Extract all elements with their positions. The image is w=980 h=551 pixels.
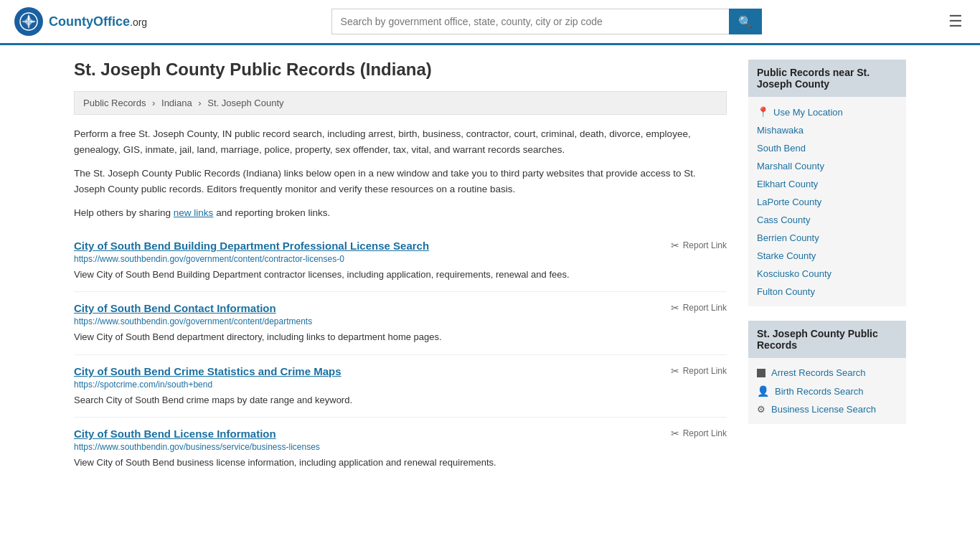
use-my-location-link[interactable]: 📍 Use My Location xyxy=(757,103,897,121)
description-2: The St. Joseph County Public Records (In… xyxy=(74,166,727,197)
sidebar-nearby-header: Public Records near St. Joseph County xyxy=(748,60,906,97)
record-link-label: Birth Records Search xyxy=(775,386,864,397)
site-header: CountyOffice.org 🔍 ☰ xyxy=(0,0,980,45)
breadcrumb-st-joseph-county[interactable]: St. Joseph County xyxy=(207,98,283,108)
description-1: Perform a free St. Joseph County, IN pub… xyxy=(74,126,727,157)
record-item: City of South Bend Contact Information ✂… xyxy=(74,292,727,355)
breadcrumb: Public Records › Indiana › St. Joseph Co… xyxy=(74,91,727,115)
sidebar-record-type-link[interactable]: 👤Birth Records Search xyxy=(757,382,897,400)
record-title-link[interactable]: City of South Bend Contact Information xyxy=(74,302,276,314)
report-link[interactable]: ✂ Report Link xyxy=(671,302,727,314)
report-icon: ✂ xyxy=(671,365,679,377)
report-icon: ✂ xyxy=(671,240,679,251)
record-url: https://www.southbendin.gov/government/c… xyxy=(74,254,727,264)
logo-area: CountyOffice.org xyxy=(14,7,147,36)
sidebar-nearby-link[interactable]: South Bend xyxy=(757,139,897,157)
record-title-link[interactable]: City of South Bend License Information xyxy=(74,428,276,440)
logo-icon xyxy=(14,7,43,36)
square-icon xyxy=(757,369,765,377)
record-url: https://www.southbendin.gov/government/c… xyxy=(74,316,727,326)
sidebar-nearby-link[interactable]: LaPorte County xyxy=(757,193,897,211)
record-link-label: Arrest Records Search xyxy=(771,367,866,378)
main-container: St. Joseph County Public Records (Indian… xyxy=(60,45,920,494)
report-link-label: Report Link xyxy=(683,366,727,376)
logo-brand: CountyOffice xyxy=(49,14,130,29)
record-desc: View City of South Bend Building Departm… xyxy=(74,268,727,282)
records-list: City of South Bend Building Department P… xyxy=(74,230,727,480)
sidebar-nearby-link[interactable]: Starke County xyxy=(757,247,897,265)
new-links-link[interactable]: new links xyxy=(174,207,214,218)
menu-button[interactable]: ☰ xyxy=(946,9,966,34)
sidebar-nearby-link[interactable]: Berrien County xyxy=(757,229,897,247)
record-desc: View City of South Bend business license… xyxy=(74,456,727,470)
description-3: Help others by sharing new links and rep… xyxy=(74,205,727,221)
sidebar: Public Records near St. Joseph County 📍 … xyxy=(748,60,906,480)
report-link-label: Report Link xyxy=(683,428,727,438)
sidebar-record-links: Arrest Records Search👤Birth Records Sear… xyxy=(757,364,897,418)
sidebar-nearby-link[interactable]: Cass County xyxy=(757,211,897,229)
report-icon: ✂ xyxy=(671,428,679,439)
search-area: 🔍 xyxy=(331,9,762,34)
report-link[interactable]: ✂ Report Link xyxy=(671,240,727,251)
record-title-link[interactable]: City of South Bend Building Department P… xyxy=(74,240,429,252)
page-title: St. Joseph County Public Records (Indian… xyxy=(74,60,727,80)
record-url: https://www.southbendin.gov/business/ser… xyxy=(74,442,727,452)
record-url: https://spotcrime.com/in/south+bend xyxy=(74,380,727,390)
record-desc: Search City of South Bend crime maps by … xyxy=(74,393,727,408)
record-desc: View City of South Bend department direc… xyxy=(74,330,727,344)
report-link[interactable]: ✂ Report Link xyxy=(671,428,727,439)
sidebar-nearby-links: MishawakaSouth BendMarshall CountyElkhar… xyxy=(757,121,897,301)
search-button[interactable]: 🔍 xyxy=(729,9,762,34)
breadcrumb-public-records[interactable]: Public Records xyxy=(83,98,146,108)
record-item: City of South Bend License Information ✂… xyxy=(74,418,727,480)
record-item: City of South Bend Building Department P… xyxy=(74,230,727,293)
sidebar-records-header: St. Joseph County Public Records xyxy=(748,321,906,358)
sidebar-record-type-link[interactable]: Arrest Records Search xyxy=(757,364,897,382)
sidebar-nearby-link[interactable]: Elkhart County xyxy=(757,175,897,193)
sidebar-records-section: St. Joseph County Public Records Arrest … xyxy=(748,321,906,424)
gear-icon: ⚙ xyxy=(757,404,765,415)
sidebar-nearby-link[interactable]: Marshall County xyxy=(757,157,897,175)
logo-text: CountyOffice.org xyxy=(49,14,147,29)
sidebar-nearby-section: Public Records near St. Joseph County 📍 … xyxy=(748,60,906,306)
person-icon: 👤 xyxy=(757,385,769,397)
record-link-label: Business License Search xyxy=(771,404,876,415)
report-link[interactable]: ✂ Report Link xyxy=(671,365,727,377)
logo-suffix: .org xyxy=(130,17,147,28)
breadcrumb-indiana[interactable]: Indiana xyxy=(161,98,192,108)
sidebar-nearby-link[interactable]: Mishawaka xyxy=(757,121,897,139)
record-item: City of South Bend Crime Statistics and … xyxy=(74,355,727,418)
sidebar-record-type-link[interactable]: ⚙Business License Search xyxy=(757,400,897,418)
sidebar-nearby-body: 📍 Use My Location MishawakaSouth BendMar… xyxy=(748,97,906,306)
report-icon: ✂ xyxy=(671,302,679,314)
sidebar-nearby-link[interactable]: Kosciusko County xyxy=(757,265,897,283)
report-link-label: Report Link xyxy=(683,240,727,250)
location-pin-icon: 📍 xyxy=(757,106,769,118)
search-input[interactable] xyxy=(331,9,729,34)
sidebar-records-body: Arrest Records Search👤Birth Records Sear… xyxy=(748,358,906,424)
report-link-label: Report Link xyxy=(683,303,727,313)
main-content: St. Joseph County Public Records (Indian… xyxy=(74,60,727,480)
sidebar-nearby-link[interactable]: Fulton County xyxy=(757,283,897,301)
record-title-link[interactable]: City of South Bend Crime Statistics and … xyxy=(74,365,341,377)
